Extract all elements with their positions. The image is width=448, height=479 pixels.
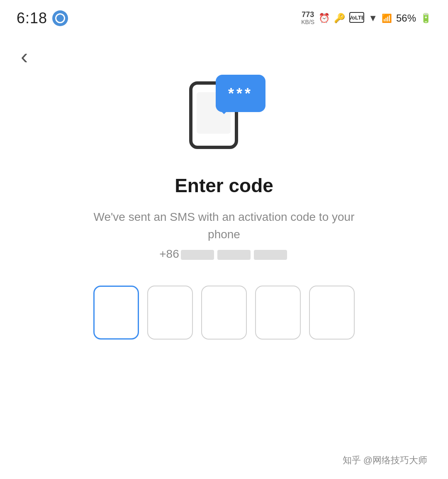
sms-illustration: ***: [178, 66, 270, 158]
status-time: 6:18: [17, 10, 47, 27]
code-box-3[interactable]: [201, 286, 247, 340]
code-box-5[interactable]: [309, 286, 355, 340]
status-left: 6:18: [17, 10, 68, 27]
page-subtitle: We've sent an SMS with an activation cod…: [79, 208, 369, 243]
svg-text:***: ***: [228, 85, 253, 102]
code-box-1[interactable]: [93, 286, 139, 340]
phone-number: +86: [159, 247, 289, 261]
footer-attribution: 知乎 @网络技巧大师: [343, 454, 427, 467]
main-content: *** Enter code We've sent an SMS with an…: [0, 33, 448, 364]
signal-icon: 📶: [382, 13, 392, 23]
phone-prefix: +86: [159, 247, 179, 260]
wifi-icon: ▼: [368, 13, 377, 24]
battery-icon: 🔋: [420, 13, 431, 24]
code-box-4[interactable]: [255, 286, 301, 340]
battery-level: 56%: [396, 12, 416, 24]
key-icon: 🔑: [334, 13, 345, 24]
status-speed: 773 KB/S: [301, 11, 314, 25]
volte-icon: VoLTE: [349, 12, 364, 25]
page-title: Enter code: [175, 174, 273, 197]
back-button[interactable]: ‹: [21, 46, 28, 67]
code-box-2[interactable]: [147, 286, 193, 340]
notification-icon: [52, 10, 68, 26]
clock-icon: ⏰: [319, 13, 330, 24]
phone-blur-3: [254, 250, 287, 260]
status-bar: 6:18 773 KB/S ⏰ 🔑 VoLTE ▼ 📶 56% 🔋: [0, 0, 448, 33]
phone-blur-2: [217, 250, 251, 260]
code-input-area: [93, 286, 355, 340]
svg-text:VoLTE: VoLTE: [349, 15, 364, 21]
status-right: 773 KB/S ⏰ 🔑 VoLTE ▼ 📶 56% 🔋: [301, 11, 431, 25]
phone-blur-1: [181, 250, 214, 260]
